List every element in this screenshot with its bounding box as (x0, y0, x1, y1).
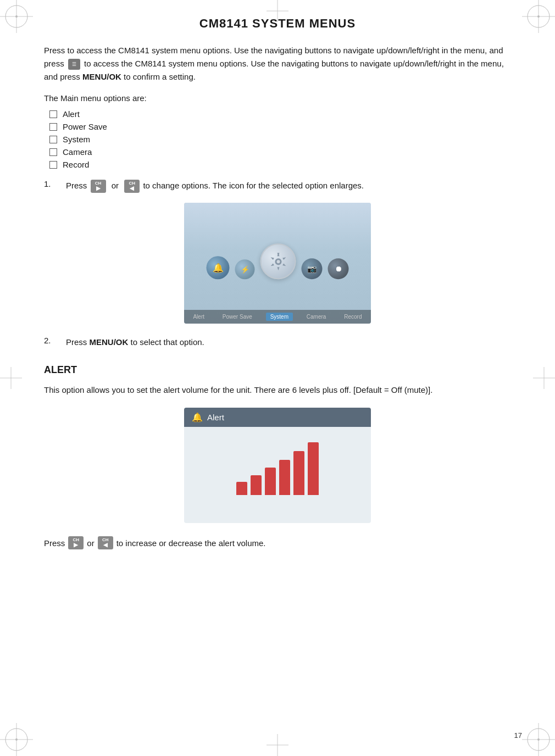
system-menu-screenshot: 🔔 ⚡ (44, 203, 511, 324)
step-2-text: Press MENU/OK to select that option. (66, 336, 204, 349)
menu-list-item-label: System (63, 135, 90, 144)
alert-section-title: ALERT (44, 364, 511, 376)
tab-item-system[interactable]: System (266, 313, 293, 321)
volume-bar-3 (265, 468, 276, 495)
menu-list-item-label: Alert (63, 109, 80, 119)
tabs-bar: AlertPower SaveSystemCameraRecord (184, 310, 371, 324)
record-icon-shape: ⏺ (328, 258, 349, 279)
menu-ok-label: MENU/OK (82, 72, 121, 81)
volume-bar-6 (308, 442, 319, 495)
bottom-or-text: or (87, 538, 94, 548)
checkbox-icon (49, 148, 57, 156)
menu-icon-alert-item: 🔔 (207, 256, 230, 279)
system-menu-image: 🔔 ⚡ (184, 203, 371, 324)
tab-item-record[interactable]: Record (340, 313, 366, 321)
corner-decoration-br (522, 723, 555, 756)
intro-paragraph: Press to access the CM8141 system menu o… (44, 44, 511, 84)
tab-item-camera[interactable]: Camera (302, 313, 331, 321)
checkbox-icon (49, 161, 57, 169)
tab-item-power-save[interactable]: Power Save (218, 313, 257, 321)
mid-top-marker (267, 0, 288, 22)
intro-suffix: to confirm a setting. (121, 72, 196, 81)
menu-intro-label: The Main menu options are: (44, 93, 511, 103)
menu-list-item-label: Power Save (63, 122, 107, 131)
mid-bottom-marker (267, 734, 288, 756)
step2-bold: MENU/OK (90, 337, 129, 347)
menu-list-item: Camera (49, 147, 511, 157)
volume-bar-2 (251, 475, 262, 495)
bottom-ch-prev-button[interactable]: CH ◀ (98, 536, 113, 549)
step-1-text: Press CH ▶ or CH ◀ to change options. Th… (66, 179, 364, 193)
camera-icon-shape: 📷 (302, 258, 323, 279)
bottom-suffix: to increase or decrease the alert volume… (116, 538, 266, 548)
menu-list-item: Record (49, 160, 511, 169)
step-1: 1. Press CH ▶ or CH ◀ to change options.… (44, 179, 511, 324)
ch-next-button[interactable]: CH ▶ (91, 180, 106, 193)
volume-bars (236, 442, 319, 495)
step-2-number: 2. (44, 336, 59, 345)
volume-bar-4 (279, 460, 290, 495)
corner-decoration-tr (522, 0, 555, 33)
mid-left-marker (0, 367, 22, 389)
alert-screenshot-image: 🔔 Alert (184, 408, 371, 523)
volume-bar-1 (236, 482, 247, 495)
corner-decoration-bl (0, 723, 33, 756)
svg-point-25 (276, 260, 280, 263)
bottom-press-row: Press CH ▶ or CH ◀ to increase or decrea… (44, 536, 511, 549)
step-1-number: 1. (44, 179, 59, 188)
tab-item-alert[interactable]: Alert (188, 313, 209, 321)
step1-suffix: to change options. The icon for the sele… (143, 181, 364, 190)
alert-body (184, 427, 371, 504)
system-icon-shape (260, 243, 296, 279)
step1-prefix: Press (66, 181, 90, 190)
menu-list-item: System (49, 135, 511, 144)
bottom-ch-next-button[interactable]: CH ▶ (68, 536, 84, 549)
checkbox-icon (49, 110, 57, 118)
alert-icon-shape: 🔔 (207, 256, 230, 279)
menu-icon-system-item (260, 243, 296, 279)
checkbox-icon (49, 123, 57, 131)
alert-header-label: Alert (207, 413, 224, 422)
volume-bar-5 (293, 451, 304, 495)
menu-list-item-label: Record (63, 160, 89, 169)
alert-description: This option allows you to set the alert … (44, 383, 511, 397)
step1-or: or (112, 181, 119, 190)
menu-list-item-label: Camera (63, 147, 92, 157)
corner-decoration-tl (0, 0, 33, 33)
alert-header: 🔔 Alert (184, 408, 371, 427)
bottom-press-text: Press (44, 538, 65, 548)
menu-list: AlertPower SaveSystemCameraRecord (49, 109, 511, 169)
mid-right-marker (533, 367, 555, 389)
menu-list-item: Alert (49, 109, 511, 119)
ch-prev-button[interactable]: CH ◀ (124, 180, 140, 193)
step-2: 2. Press MENU/OK to select that option. (44, 336, 511, 349)
menu-icon-powersave-item: ⚡ (235, 259, 255, 279)
menu-icon-camera-item: 📷 (302, 258, 323, 279)
menu-list-item: Power Save (49, 122, 511, 131)
checkbox-icon (49, 136, 57, 143)
powersave-icon-shape: ⚡ (235, 259, 255, 279)
step2-prefix: Press (66, 337, 90, 347)
page-number: 17 (514, 731, 522, 740)
menu-icon: ☰ (68, 59, 80, 70)
step2-suffix: to select that option. (128, 337, 204, 347)
alert-screenshot-container: 🔔 Alert (44, 408, 511, 523)
menu-icon-record-item: ⏺ (328, 258, 349, 279)
